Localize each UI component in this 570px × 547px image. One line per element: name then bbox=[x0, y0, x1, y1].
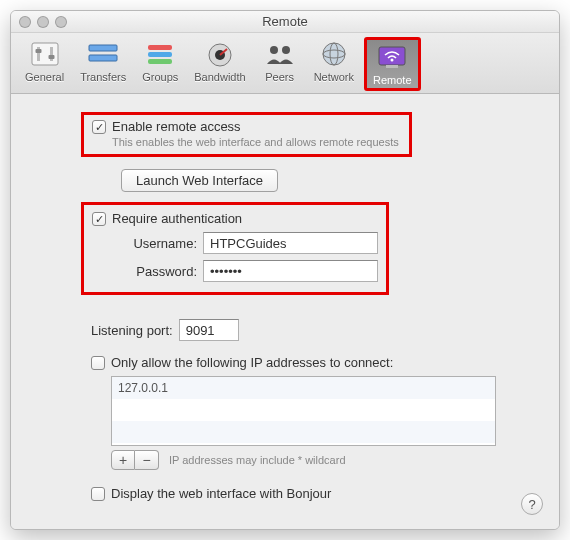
listening-port-label: Listening port: bbox=[91, 323, 173, 338]
tab-label: Transfers bbox=[80, 71, 126, 83]
tab-label: Groups bbox=[142, 71, 178, 83]
slider-icon bbox=[27, 39, 63, 69]
wifi-monitor-icon bbox=[374, 42, 410, 72]
help-button[interactable]: ? bbox=[521, 493, 543, 515]
tab-label: Network bbox=[314, 71, 354, 83]
svg-rect-3 bbox=[35, 49, 41, 53]
svg-rect-6 bbox=[89, 55, 117, 61]
add-ip-button[interactable]: + bbox=[111, 450, 135, 470]
tab-remote[interactable]: Remote bbox=[364, 37, 421, 91]
ip-address-list[interactable]: 127.0.0.1 bbox=[111, 376, 496, 446]
enable-remote-subtext: This enables the web interface and allow… bbox=[112, 136, 399, 148]
transfers-icon bbox=[85, 39, 121, 69]
tab-general[interactable]: General bbox=[19, 37, 70, 91]
tab-label: General bbox=[25, 71, 64, 83]
gauge-icon bbox=[202, 39, 238, 69]
svg-rect-5 bbox=[89, 45, 117, 51]
ip-restrict-checkbox[interactable] bbox=[91, 356, 105, 370]
svg-rect-9 bbox=[148, 59, 172, 64]
svg-rect-0 bbox=[32, 43, 58, 65]
tab-network[interactable]: Network bbox=[308, 37, 360, 91]
require-auth-label: Require authentication bbox=[112, 211, 242, 226]
svg-rect-7 bbox=[148, 45, 172, 50]
tab-bandwidth[interactable]: Bandwidth bbox=[188, 37, 251, 91]
bonjour-label: Display the web interface with Bonjour bbox=[111, 486, 331, 501]
tab-groups[interactable]: Groups bbox=[136, 37, 184, 91]
bonjour-checkbox[interactable] bbox=[91, 487, 105, 501]
tab-transfers[interactable]: Transfers bbox=[74, 37, 132, 91]
enable-remote-checkbox[interactable] bbox=[92, 120, 106, 134]
ip-wildcard-note: IP addresses may include * wildcard bbox=[169, 454, 346, 466]
ip-list-item: 127.0.0.1 bbox=[118, 381, 489, 395]
launch-web-interface-button[interactable]: Launch Web Interface bbox=[121, 169, 278, 192]
titlebar: Remote bbox=[11, 11, 559, 33]
groups-icon bbox=[142, 39, 178, 69]
svg-rect-19 bbox=[386, 65, 398, 68]
window-title: Remote bbox=[11, 14, 559, 29]
svg-point-15 bbox=[323, 43, 345, 65]
svg-rect-8 bbox=[148, 52, 172, 57]
username-label: Username: bbox=[112, 236, 197, 251]
svg-point-20 bbox=[391, 59, 394, 62]
require-auth-checkbox[interactable] bbox=[92, 212, 106, 226]
svg-rect-4 bbox=[48, 55, 54, 59]
ip-restrict-label: Only allow the following IP addresses to… bbox=[111, 355, 393, 370]
content-pane: Enable remote access This enables the we… bbox=[11, 94, 559, 529]
people-icon bbox=[262, 39, 298, 69]
listening-port-input[interactable] bbox=[179, 319, 239, 341]
preferences-window: Remote General Transfers Groups Bandwidt… bbox=[10, 10, 560, 530]
tab-label: Peers bbox=[265, 71, 294, 83]
enable-remote-label: Enable remote access bbox=[112, 119, 399, 134]
svg-point-13 bbox=[270, 46, 278, 54]
username-input[interactable] bbox=[203, 232, 378, 254]
toolbar: General Transfers Groups Bandwidth Peers bbox=[11, 33, 559, 94]
password-input[interactable] bbox=[203, 260, 378, 282]
svg-point-14 bbox=[282, 46, 290, 54]
remove-ip-button[interactable]: − bbox=[135, 450, 159, 470]
tab-peers[interactable]: Peers bbox=[256, 37, 304, 91]
globe-icon bbox=[316, 39, 352, 69]
tab-label: Bandwidth bbox=[194, 71, 245, 83]
password-label: Password: bbox=[112, 264, 197, 279]
tab-label: Remote bbox=[373, 74, 412, 86]
